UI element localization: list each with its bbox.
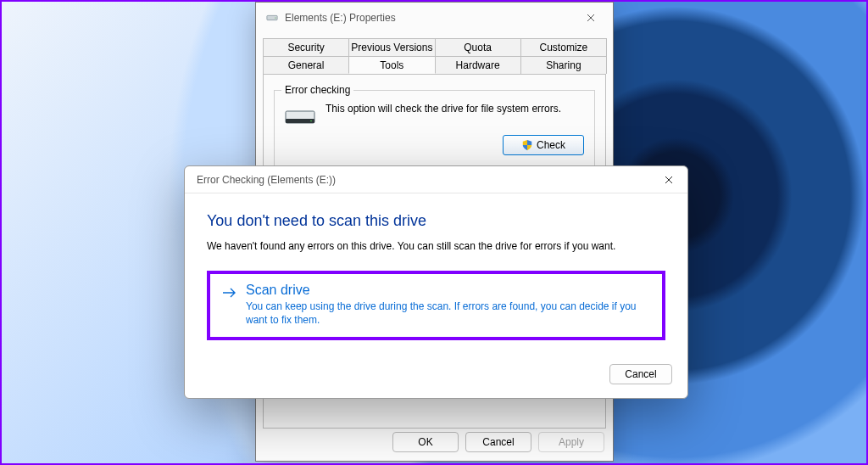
tab-previous-versions[interactable]: Previous Versions (348, 38, 435, 56)
scan-drive-title: Scan drive (246, 283, 650, 298)
groupbox-label: Error checking (281, 84, 353, 96)
tab-sharing[interactable]: Sharing (520, 56, 607, 74)
error-checking-title: Error Checking (Elements (E:)) (197, 174, 650, 186)
apply-button: Apply (538, 432, 604, 452)
error-checking-description: This option will check the drive for fil… (326, 103, 584, 116)
close-icon (665, 176, 673, 184)
tab-customize[interactable]: Customize (520, 38, 607, 56)
error-checking-dialog: Error Checking (Elements (E:)) You don't… (184, 165, 688, 399)
properties-title: Elements (E:) Properties (285, 12, 576, 24)
scan-drive-command-link[interactable]: Scan drive You can keep using the drive … (207, 271, 665, 340)
tab-quota[interactable]: Quota (435, 38, 521, 56)
properties-button-bar: OK Cancel Apply (392, 432, 604, 452)
hard-drive-icon (285, 106, 315, 126)
error-checking-message: We haven't found any errors on this driv… (207, 240, 665, 252)
tab-hardware[interactable]: Hardware (435, 56, 521, 74)
scan-drive-description: You can keep using the drive during the … (246, 300, 650, 327)
shield-icon (521, 139, 533, 151)
check-button-label: Check (537, 139, 565, 151)
tab-tools[interactable]: Tools (348, 56, 435, 74)
tab-security[interactable]: Security (263, 38, 349, 56)
error-checking-close-button[interactable] (650, 165, 687, 195)
svg-rect-3 (286, 119, 314, 123)
drive-icon (266, 12, 278, 24)
error-checking-cancel-button[interactable]: Cancel (609, 364, 672, 384)
check-button[interactable]: Check (503, 135, 584, 155)
close-icon (587, 14, 595, 22)
svg-point-4 (310, 120, 312, 122)
arrow-right-icon (222, 286, 237, 300)
error-checking-groupbox: Error checking This option will check th… (274, 90, 595, 168)
properties-close-button[interactable] (576, 3, 613, 33)
cancel-button[interactable]: Cancel (465, 432, 531, 452)
ok-button[interactable]: OK (392, 432, 459, 452)
svg-point-1 (275, 17, 275, 18)
error-checking-titlebar[interactable]: Error Checking (Elements (E:)) (185, 166, 687, 193)
tab-general[interactable]: General (263, 56, 349, 74)
properties-titlebar[interactable]: Elements (E:) Properties (256, 3, 613, 33)
error-checking-heading: You don't need to scan this drive (207, 212, 665, 230)
